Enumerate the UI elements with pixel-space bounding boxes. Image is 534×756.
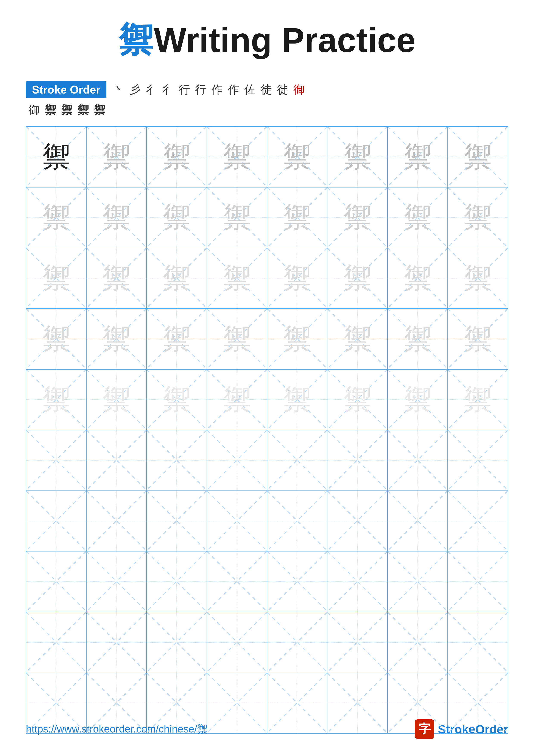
- grid-cell-10-2[interactable]: [87, 673, 147, 733]
- grid-cell-10-3[interactable]: [147, 673, 207, 733]
- char-1-6: 禦: [343, 143, 371, 171]
- grid-cell-4-7[interactable]: 禦: [388, 309, 448, 369]
- grid-cell-1-1[interactable]: 禦: [26, 127, 87, 187]
- grid-cell-8-1[interactable]: [26, 552, 87, 612]
- grid-cell-1-7[interactable]: 禦: [388, 127, 448, 187]
- grid-cell-9-1[interactable]: [26, 612, 87, 673]
- char-1-4: 禦: [223, 143, 251, 171]
- grid-cell-9-2[interactable]: [87, 612, 147, 673]
- grid-cell-7-6[interactable]: [327, 491, 388, 551]
- grid-cell-9-7[interactable]: [388, 612, 448, 673]
- grid-cell-5-3[interactable]: 禦: [147, 369, 207, 430]
- char-3-8: 禦: [464, 264, 492, 292]
- grid-cell-7-8[interactable]: [448, 491, 508, 551]
- title-section: 禦 Writing Practice: [26, 17, 508, 64]
- grid-cell-8-4[interactable]: [207, 552, 267, 612]
- grid-cell-7-7[interactable]: [388, 491, 448, 551]
- char-4-7: 禦: [404, 325, 432, 353]
- char-5-8: 禦: [464, 386, 492, 414]
- char-5-2: 禦: [102, 386, 130, 414]
- grid-cell-2-4[interactable]: 禦: [207, 187, 267, 248]
- grid-cell-9-6[interactable]: [327, 612, 388, 673]
- grid-cell-3-8[interactable]: 禦: [448, 248, 508, 309]
- grid-cell-7-4[interactable]: [207, 491, 267, 551]
- grid-cell-6-1[interactable]: [26, 430, 87, 491]
- grid-cell-3-7[interactable]: 禦: [388, 248, 448, 309]
- char-4-6: 禦: [343, 325, 371, 353]
- grid-cell-4-6[interactable]: 禦: [327, 309, 388, 369]
- grid-cell-2-2[interactable]: 禦: [87, 187, 147, 248]
- char-3-5: 禦: [283, 264, 311, 292]
- grid-cell-5-8[interactable]: 禦: [448, 369, 508, 430]
- grid-cell-7-3[interactable]: [147, 491, 207, 551]
- grid-row-7: [26, 491, 508, 552]
- grid-cell-7-5[interactable]: [267, 491, 328, 551]
- char-4-5: 禦: [283, 325, 311, 353]
- stroke-step-4: 彳: [163, 82, 174, 97]
- grid-cell-4-4[interactable]: 禦: [207, 309, 267, 369]
- grid-cell-10-6[interactable]: [327, 673, 388, 733]
- stroke-step-13: 御: [28, 103, 39, 118]
- grid-cell-2-8[interactable]: 禦: [448, 187, 508, 248]
- grid-cell-8-7[interactable]: [388, 552, 448, 612]
- grid-cell-5-6[interactable]: 禦: [327, 369, 388, 430]
- grid-cell-1-5[interactable]: 禦: [267, 127, 328, 187]
- char-1-8: 禦: [464, 143, 492, 171]
- grid-cell-1-8[interactable]: 禦: [448, 127, 508, 187]
- grid-cell-2-3[interactable]: 禦: [147, 187, 207, 248]
- grid-cell-7-2[interactable]: [87, 491, 147, 551]
- grid-cell-3-2[interactable]: 禦: [87, 248, 147, 309]
- grid-cell-3-5[interactable]: 禦: [267, 248, 328, 309]
- grid-cell-3-1[interactable]: 禦: [26, 248, 87, 309]
- grid-cell-10-7[interactable]: [388, 673, 448, 733]
- grid-cell-2-5[interactable]: 禦: [267, 187, 328, 248]
- grid-cell-4-5[interactable]: 禦: [267, 309, 328, 369]
- grid-cell-6-4[interactable]: [207, 430, 267, 491]
- grid-cell-9-3[interactable]: [147, 612, 207, 673]
- stroke-steps-row2: 御 禦 禦 禦 禦: [26, 103, 508, 118]
- grid-cell-6-6[interactable]: [327, 430, 388, 491]
- grid-cell-3-4[interactable]: 禦: [207, 248, 267, 309]
- grid-cell-6-8[interactable]: [448, 430, 508, 491]
- grid-cell-7-1[interactable]: [26, 491, 87, 551]
- grid-row-1: 禦 禦 禦 禦 禦 禦 禦: [26, 127, 508, 187]
- grid-cell-5-7[interactable]: 禦: [388, 369, 448, 430]
- grid-cell-9-8[interactable]: [448, 612, 508, 673]
- grid-cell-6-7[interactable]: [388, 430, 448, 491]
- grid-cell-1-2[interactable]: 禦: [87, 127, 147, 187]
- grid-cell-8-2[interactable]: [87, 552, 147, 612]
- grid-cell-10-5[interactable]: [267, 673, 328, 733]
- grid-cell-4-8[interactable]: 禦: [448, 309, 508, 369]
- grid-cell-4-3[interactable]: 禦: [147, 309, 207, 369]
- grid-cell-5-1[interactable]: 禦: [26, 369, 87, 430]
- grid-cell-5-4[interactable]: 禦: [207, 369, 267, 430]
- grid-cell-8-5[interactable]: [267, 552, 328, 612]
- grid-cell-2-7[interactable]: 禦: [388, 187, 448, 248]
- grid-cell-8-6[interactable]: [327, 552, 388, 612]
- grid-cell-2-1[interactable]: 禦: [26, 187, 87, 248]
- grid-cell-6-3[interactable]: [147, 430, 207, 491]
- grid-row-4: 禦 禦 禦 禦 禦 禦 禦: [26, 309, 508, 369]
- grid-cell-10-4[interactable]: [207, 673, 267, 733]
- grid-cell-8-3[interactable]: [147, 552, 207, 612]
- grid-cell-5-5[interactable]: 禦: [267, 369, 328, 430]
- stroke-step-6: 行: [195, 82, 206, 97]
- grid-cell-9-4[interactable]: [207, 612, 267, 673]
- grid-cell-2-6[interactable]: 禦: [327, 187, 388, 248]
- grid-cell-3-6[interactable]: 禦: [327, 248, 388, 309]
- char-2-8: 禦: [464, 203, 492, 231]
- grid-cell-8-8[interactable]: [448, 552, 508, 612]
- grid-cell-6-5[interactable]: [267, 430, 328, 491]
- char-1-5: 禦: [283, 143, 311, 171]
- grid-cell-5-2[interactable]: 禦: [87, 369, 147, 430]
- grid-cell-3-3[interactable]: 禦: [147, 248, 207, 309]
- grid-cell-10-1[interactable]: [26, 673, 87, 733]
- grid-cell-4-1[interactable]: 禦: [26, 309, 87, 369]
- grid-cell-1-3[interactable]: 禦: [147, 127, 207, 187]
- grid-cell-1-4[interactable]: 禦: [207, 127, 267, 187]
- grid-cell-9-5[interactable]: [267, 612, 328, 673]
- grid-cell-6-2[interactable]: [87, 430, 147, 491]
- grid-cell-1-6[interactable]: 禦: [327, 127, 388, 187]
- grid-cell-4-2[interactable]: 禦: [87, 309, 147, 369]
- grid-cell-10-8[interactable]: [448, 673, 508, 733]
